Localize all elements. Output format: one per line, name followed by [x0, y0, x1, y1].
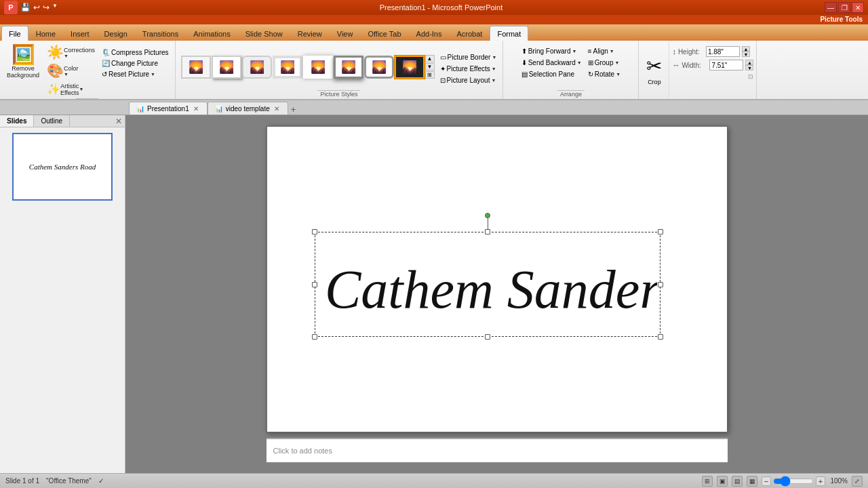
picture-border-button[interactable]: ▭ Picture Border ▼ — [438, 52, 499, 62]
tab-design[interactable]: Design — [97, 26, 135, 41]
reset-label: Reset Picture — [108, 70, 149, 78]
handle-middle-left[interactable] — [312, 282, 317, 287]
maximize-button[interactable]: ❐ — [838, 2, 850, 13]
video-template-close-icon[interactable]: ✕ — [273, 104, 281, 113]
style-7[interactable]: 🌄 — [364, 56, 394, 79]
tab-review[interactable]: Review — [290, 26, 330, 41]
ribbon-tab-bar: File Home Insert Design Transitions Anim… — [0, 24, 868, 41]
zoom-level[interactable]: 100% — [827, 477, 848, 485]
style-4[interactable]: 🌄 — [273, 56, 302, 79]
color-button[interactable]: 🎨 Color ▼ — [44, 62, 98, 79]
handle-bottom-middle[interactable] — [485, 334, 490, 340]
corrections-label: Corrections — [64, 47, 95, 54]
selected-image[interactable]: Cathem Sanders Road — [315, 232, 660, 337]
change-picture-button[interactable]: 🔄 Change Picture — [100, 58, 170, 68]
title-bar: P 💾 ↩ ↪ ▼ Presentation1 - Microsoft Powe… — [0, 0, 868, 15]
zoom-in-button[interactable]: + — [816, 476, 825, 486]
tab-addins[interactable]: Add-Ins — [409, 26, 450, 41]
remove-background-button[interactable]: 🖼️ Remove Background — [4, 43, 42, 81]
handle-top-left[interactable] — [312, 229, 317, 235]
doc-tab-video-template[interactable]: 📊 video template ✕ — [208, 102, 288, 115]
tab-animations[interactable]: Animations — [186, 26, 237, 41]
tab-format[interactable]: Format — [490, 26, 528, 41]
quick-redo-icon[interactable]: ↪ — [43, 3, 50, 12]
handle-top-right[interactable] — [658, 229, 663, 235]
style-1[interactable]: 🌄 — [181, 56, 211, 79]
send-backward-icon: ⬇ — [521, 59, 527, 66]
handle-top-middle[interactable] — [485, 229, 490, 235]
picture-layout-button[interactable]: ⊡ Picture Layout ▼ — [438, 75, 499, 85]
tab-transitions[interactable]: Transitions — [135, 26, 186, 41]
send-backward-button[interactable]: ⬇ Send Backward ▼ — [519, 58, 584, 68]
crop-button[interactable]: ✂ Crop — [639, 41, 669, 99]
tab-file[interactable]: File — [1, 26, 28, 41]
handle-middle-right[interactable] — [658, 282, 663, 287]
quick-save-icon[interactable]: 💾 — [20, 3, 31, 12]
gallery-expand[interactable]: ⊞ — [425, 71, 435, 79]
tab-view[interactable]: View — [330, 26, 361, 41]
selection-box — [315, 232, 660, 337]
fit-to-window-icon[interactable]: ⤢ — [852, 476, 863, 487]
gallery-scroll-up[interactable]: ▲ — [425, 55, 435, 62]
reset-picture-button[interactable]: ↺ Reset Picture ▼ — [100, 69, 170, 79]
compress-pictures-button[interactable]: 🗜️ Compress Pictures — [100, 47, 170, 58]
zoom-slider[interactable] — [773, 478, 814, 485]
ribbon-group-adjust: 🖼️ Remove Background ☀️ Corrections ▼ 🎨 … — [0, 41, 176, 99]
view-normal-icon[interactable]: ⊞ — [702, 476, 713, 487]
rotate-button[interactable]: ↻ Rotate ▼ — [586, 69, 623, 79]
minimize-button[interactable]: — — [825, 2, 837, 13]
rotate-handle[interactable] — [485, 213, 490, 218]
width-spin-down[interactable]: ▼ — [745, 65, 753, 70]
style-2[interactable]: 🌄 — [212, 56, 241, 79]
size-expand-icon[interactable]: ⊡ — [748, 73, 753, 80]
style-6[interactable]: 🌄 — [334, 56, 363, 79]
close-button[interactable]: ✕ — [852, 2, 864, 13]
tab-officetab[interactable]: Office Tab — [360, 26, 408, 41]
picture-styles-label: Picture Styles — [317, 90, 360, 98]
panel-close-icon[interactable]: ✕ — [115, 117, 122, 126]
picture-styles-gallery: 🌄 🌄 🌄 🌄 🌄 🌄 🌄 🌄 ▲ ▼ ⊞ — [180, 52, 436, 81]
size-expand: ⊡ — [672, 73, 753, 80]
notes-placeholder[interactable]: Click to add notes — [273, 447, 332, 455]
height-spin-down[interactable]: ▼ — [742, 52, 750, 57]
width-label: Width: — [682, 62, 707, 69]
width-input[interactable] — [709, 60, 743, 70]
tab-home[interactable]: Home — [28, 26, 63, 41]
slide-thumbnail-1[interactable]: Cathem Sanders Road — [12, 133, 113, 201]
style-8[interactable]: 🌄 — [395, 56, 425, 79]
handle-bottom-left[interactable] — [312, 334, 317, 340]
doc-tab-presentation1[interactable]: 📊 Presentation1 ✕ — [129, 102, 208, 115]
outline-tab[interactable]: Outline — [34, 115, 70, 127]
notes-area: Click to add notes — [267, 438, 728, 462]
handle-bottom-right[interactable] — [658, 334, 663, 340]
notes-resize-handle[interactable] — [267, 437, 728, 441]
corrections-button[interactable]: ☀️ Corrections ▼ — [44, 43, 98, 61]
gallery-scroll-down[interactable]: ▼ — [425, 63, 435, 70]
slide-canvas[interactable]: Cathem Sanders Road — [267, 126, 728, 432]
selection-pane-button[interactable]: ▤ Selection Pane — [519, 69, 584, 79]
height-input[interactable] — [706, 46, 740, 57]
artistic-effects-button[interactable]: ✨ Artistic Effects ▼ — [44, 80, 98, 98]
width-spin-up[interactable]: ▲ — [745, 60, 753, 65]
bring-forward-button[interactable]: ⬆ Bring Forward ▼ — [519, 46, 584, 56]
style-5[interactable]: 🌄 — [303, 56, 333, 79]
view-reading-icon[interactable]: ▤ — [732, 476, 743, 487]
height-spin-up[interactable]: ▲ — [742, 46, 750, 52]
presentation1-close-icon[interactable]: ✕ — [192, 104, 200, 113]
spellcheck-icon[interactable]: ✓ — [98, 477, 104, 485]
picture-effects-button[interactable]: ✦ Picture Effects ▼ — [438, 64, 499, 74]
zoom-out-button[interactable]: − — [762, 476, 771, 486]
quick-undo-icon[interactable]: ↩ — [33, 3, 40, 12]
slides-tab[interactable]: Slides — [0, 115, 34, 127]
align-button[interactable]: ≡ Align ▼ — [586, 46, 623, 56]
view-slideshow-icon[interactable]: ▦ — [747, 476, 757, 487]
tab-insert[interactable]: Insert — [63, 26, 97, 41]
rotate-icon: ↻ — [588, 70, 593, 78]
style-3[interactable]: 🌄 — [242, 56, 272, 79]
quick-dropdown-icon[interactable]: ▼ — [52, 3, 58, 12]
tab-acrobat[interactable]: Acrobat — [449, 26, 490, 41]
add-tab-icon[interactable]: + — [291, 104, 296, 115]
group-button[interactable]: ⊞ Group ▼ — [586, 58, 623, 68]
tab-slideshow[interactable]: Slide Show — [238, 26, 290, 41]
view-slide-sorter-icon[interactable]: ▣ — [717, 476, 728, 487]
